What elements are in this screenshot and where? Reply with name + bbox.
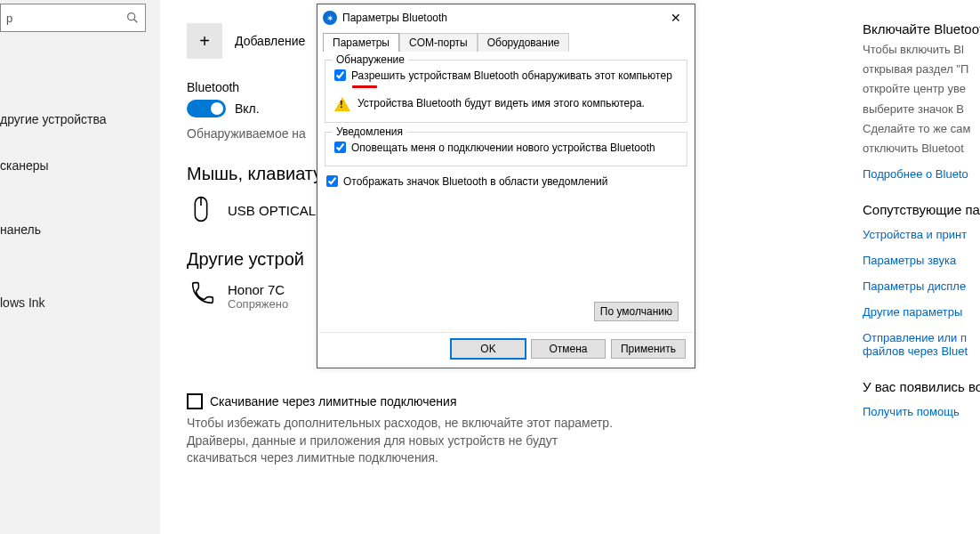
dialog-title: Параметры Bluetooth [342,12,447,24]
right-body-line: выберите значок B [863,101,980,117]
tray-icon-label: Отображать значок Bluetooth в области ув… [343,175,607,190]
sidebar-item-panel[interactable]: нанель [0,214,153,246]
add-device-button[interactable]: + [187,23,222,59]
tab-com-ports[interactable]: COM-порты [399,33,478,52]
warning-text: Устройства Bluetooth будут видеть имя эт… [357,97,645,109]
right-body-line: отключить Bluetoot [863,141,980,157]
right-link-display[interactable]: Параметры диспле [863,279,980,293]
bluetooth-toggle[interactable] [187,100,226,117]
apply-button[interactable]: Применить [611,339,686,359]
sidebar-item-windows-ink[interactable]: lows Ink [0,287,153,319]
right-body-line: Чтобы включить Bl [863,42,980,58]
bluetooth-settings-dialog: ✶ Параметры Bluetooth ✕ Параметры COM-по… [317,4,695,368]
notifications-legend: Уведомления [333,125,406,138]
right-body-line: откройте центр уве [863,81,980,97]
right-link-sound[interactable]: Параметры звука [863,254,980,267]
add-device-label: Добавление [235,34,305,48]
right-link-get-help[interactable]: Получить помощь [863,405,980,418]
dialog-titlebar[interactable]: ✶ Параметры Bluetooth ✕ [317,4,695,31]
notifications-group: Уведомления Оповещать меня о подключении… [325,132,687,167]
tab-parameters[interactable]: Параметры [323,33,399,52]
allow-discovery-label: Разрешить устройствам Bluetooth обнаружи… [351,69,672,84]
red-emphasis-marker [352,85,377,88]
right-heading-help: У вас появились во [863,379,980,394]
search-input-container[interactable]: p [0,4,146,32]
metered-description: Чтобы избежать дополнительных расходов, … [187,415,614,467]
right-heading-1: Включайте Bluetoot [863,21,980,36]
sidebar-item-scanners[interactable]: сканеры [0,150,153,182]
tray-icon-checkbox[interactable] [326,175,338,187]
mouse-device-name: USB OPTICAL [228,203,316,218]
allow-discovery-checkbox[interactable] [334,69,346,81]
metered-label: Скачивание через лимитные подключения [210,394,456,409]
defaults-button[interactable]: По умолчанию [594,302,679,321]
bluetooth-icon: ✶ [323,11,337,25]
search-input-text: p [6,12,125,25]
right-link-more-bluetooth[interactable]: Подробнее о Blueto [863,167,980,181]
close-icon: ✕ [671,11,681,25]
bluetooth-toggle-state: Вкл. [235,101,260,116]
right-body-line: Сделайте то же сам [863,121,980,137]
close-button[interactable]: ✕ [663,11,689,25]
right-link-devices-printers[interactable]: Устройства и принт [863,228,980,241]
svg-point-0 [128,13,135,20]
notify-connect-checkbox[interactable] [334,142,346,153]
plus-icon: + [199,31,210,52]
notify-connect-label: Оповещать меня о подключении нового устр… [351,142,655,156]
honor-device-status: Сопряжено [228,297,288,311]
warning-icon [334,97,350,111]
discovery-legend: Обнаружение [333,53,408,66]
right-link-other[interactable]: Другие параметры [863,305,980,319]
honor-device-name: Honor 7C [228,282,288,297]
mouse-icon [187,195,215,226]
cancel-button[interactable]: Отмена [531,339,606,359]
metered-checkbox[interactable] [187,393,203,409]
tab-hardware[interactable]: Оборудование [478,33,570,52]
discovery-group: Обнаружение Разрешить устройствам Blueto… [325,60,687,123]
right-link-send-receive[interactable]: Отправление или п файлов через Bluet [863,331,980,358]
ok-button[interactable]: OK [451,339,526,359]
sidebar-item-other-devices[interactable]: другие устройства [0,103,153,135]
search-icon [125,11,140,25]
svg-line-1 [134,20,138,23]
right-heading-related: Сопутствующие пар [863,202,980,217]
phone-icon [187,280,215,312]
right-body-line: открывая раздел "П [863,61,980,77]
